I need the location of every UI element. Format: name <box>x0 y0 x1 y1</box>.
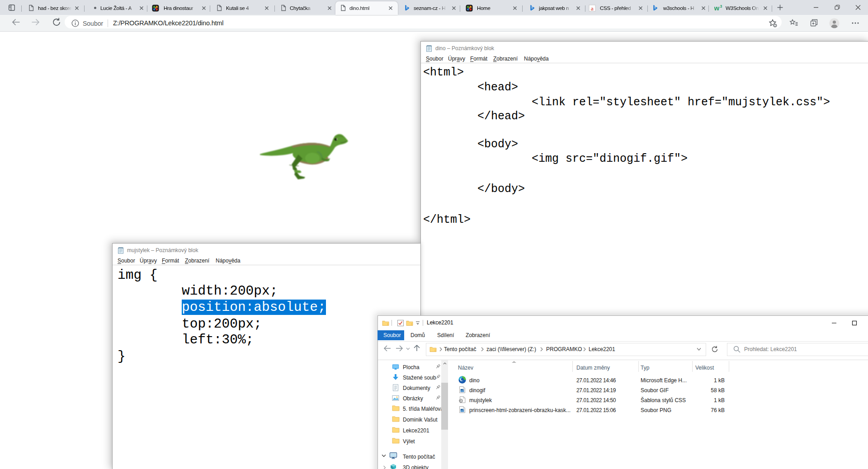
svg-text:w: w <box>714 4 720 12</box>
svg-text:3: 3 <box>720 4 722 9</box>
svg-text:a: a <box>591 5 594 12</box>
